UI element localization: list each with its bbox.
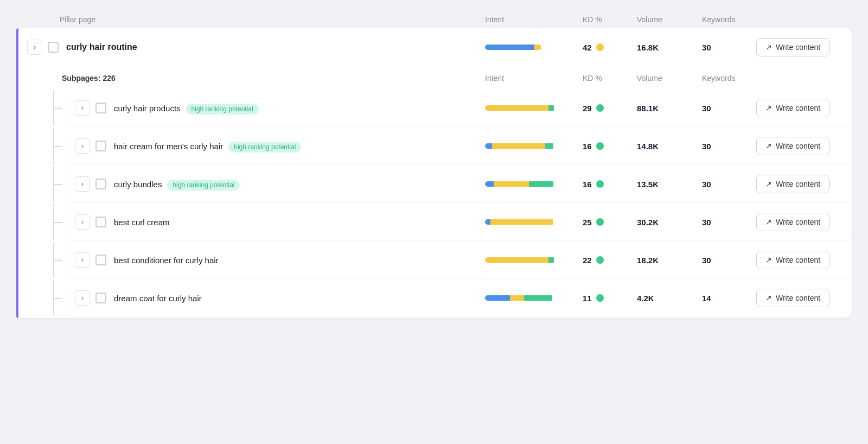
subpage-kd-dot-4	[596, 256, 604, 264]
header-keywords: Keywords	[702, 15, 756, 24]
subpage-kd-dot-0	[596, 104, 604, 112]
subpage-expand-button-4[interactable]: ›	[75, 252, 90, 268]
subpage-title-4: best conditioner for curly hair	[114, 256, 485, 265]
high-ranking-badge-1: high ranking potential	[228, 142, 301, 153]
subpage-expand-button-0[interactable]: ›	[75, 100, 90, 116]
subpage-keywords-4: 30	[702, 256, 756, 265]
subpages-kd-header: KD %	[583, 74, 637, 83]
subpage-card-5: › dream coat for curly hair 11 4.2K 14 ↗…	[66, 280, 852, 316]
subpage-row-1: › hair cream for men's curly hairhigh ra…	[66, 128, 852, 164]
subpage-title-0: curly hair productshigh ranking potentia…	[114, 104, 485, 113]
subpage-volume-5: 4.2K	[637, 294, 702, 303]
subpage-title-2: curly bundleshigh ranking potential	[114, 180, 485, 189]
subpage-kd-1: 16	[583, 142, 637, 151]
pillar-intent-bar	[485, 45, 583, 50]
subpage-action-5: ↗ Write content	[756, 289, 843, 307]
subpage-checkbox-1[interactable]	[95, 141, 106, 151]
connector-0	[46, 90, 62, 126]
write-icon-2: ↗	[765, 180, 772, 188]
subpage-volume-2: 13.5K	[637, 180, 702, 189]
subpage-kd-0: 29	[583, 104, 637, 113]
subpage-item-2: › curly bundleshigh ranking potential 16…	[35, 166, 852, 202]
header-intent: Intent	[485, 15, 583, 24]
subpages-label: Subpages: 226	[62, 74, 485, 83]
subpage-action-2: ↗ Write content	[756, 175, 843, 193]
pillar-checkbox[interactable]	[48, 42, 59, 53]
subpage-kd-dot-3	[596, 218, 604, 226]
subpage-expand-button-3[interactable]: ›	[75, 214, 90, 230]
pillar-row: › curly hair routine 42 16.8K 30	[18, 28, 852, 66]
subpage-card-1: › hair cream for men's curly hairhigh ra…	[66, 128, 852, 164]
subpage-title-3: best curl cream	[114, 218, 485, 227]
subpage-volume-3: 30.2K	[637, 218, 702, 227]
subpage-write-button-0[interactable]: ↗ Write content	[756, 99, 829, 117]
subpages-intent-header: Intent	[485, 74, 583, 83]
subpage-kd-3: 25	[583, 218, 637, 227]
connector-4	[46, 242, 62, 278]
subpage-keywords-0: 30	[702, 104, 756, 113]
subpage-checkbox-2[interactable]	[95, 179, 106, 189]
subpages-keywords-header: Keywords	[702, 74, 756, 83]
subpage-kd-5: 11	[583, 294, 637, 303]
subpage-item-5: › dream coat for curly hair 11 4.2K 14 ↗…	[35, 280, 852, 316]
pillar-card: › curly hair routine 42 16.8K 30	[16, 28, 852, 318]
subpage-action-0: ↗ Write content	[756, 99, 843, 117]
write-icon-0: ↗	[765, 104, 772, 112]
write-icon-4: ↗	[765, 256, 772, 264]
write-icon: ↗	[765, 43, 772, 52]
subpage-checkbox-4[interactable]	[95, 255, 106, 265]
subpage-volume-0: 88.1K	[637, 104, 702, 113]
subpage-checkbox-3[interactable]	[95, 217, 106, 227]
pillar-expand-button[interactable]: ›	[27, 40, 42, 55]
connector-1	[46, 128, 62, 164]
subpage-keywords-2: 30	[702, 180, 756, 189]
connector-5	[46, 280, 62, 316]
pillar-volume: 16.8K	[637, 43, 702, 52]
subpage-action-1: ↗ Write content	[756, 137, 843, 155]
header-kd: KD %	[583, 15, 637, 24]
subpage-keywords-3: 30	[702, 218, 756, 227]
subpages-section: Subpages: 226 Intent KD % Volume Keyword…	[18, 66, 852, 316]
subpage-card-4: › best conditioner for curly hair 22 18.…	[66, 242, 852, 278]
subpages-volume-header: Volume	[637, 74, 702, 83]
subpage-expand-button-2[interactable]: ›	[75, 176, 90, 192]
subpage-card-3: › best curl cream 25 30.2K 30 ↗ Write co…	[66, 204, 852, 240]
subpage-keywords-1: 30	[702, 142, 756, 151]
subpage-expand-button-5[interactable]: ›	[75, 290, 90, 306]
subpage-checkbox-5[interactable]	[95, 293, 106, 303]
write-icon-1: ↗	[765, 142, 772, 150]
subpage-write-button-1[interactable]: ↗ Write content	[756, 137, 829, 155]
subpage-kd-4: 22	[583, 256, 637, 265]
subpage-row-2: › curly bundleshigh ranking potential 16…	[66, 166, 852, 202]
high-ranking-badge-2: high ranking potential	[167, 180, 240, 191]
subpage-intent-bar-5	[485, 295, 583, 301]
write-icon-3: ↗	[765, 218, 772, 226]
subpage-write-button-4[interactable]: ↗ Write content	[756, 251, 829, 269]
write-icon-5: ↗	[765, 294, 772, 302]
subpage-title-1: hair cream for men's curly hairhigh rank…	[114, 142, 485, 151]
subpage-card-2: › curly bundleshigh ranking potential 16…	[66, 166, 852, 202]
pillar-write-button[interactable]: ↗ Write content	[756, 38, 829, 56]
subpage-kd-dot-2	[596, 180, 604, 188]
subpage-item-3: › best curl cream 25 30.2K 30 ↗ Write co…	[35, 204, 852, 240]
column-headers: Pillar page Intent KD % Volume Keywords	[16, 11, 852, 28]
subpage-item-1: › hair cream for men's curly hairhigh ra…	[35, 128, 852, 164]
subpage-write-button-3[interactable]: ↗ Write content	[756, 213, 829, 231]
subpage-item-4: › best conditioner for curly hair 22 18.…	[35, 242, 852, 278]
subpage-checkbox-0[interactable]	[95, 103, 106, 113]
pillar-title: curly hair routine	[66, 42, 485, 52]
pillar-content: › curly hair routine 42 16.8K 30	[18, 28, 852, 318]
subpage-kd-2: 16	[583, 180, 637, 189]
connector-3	[46, 204, 62, 240]
header-volume: Volume	[637, 15, 702, 24]
pillar-kd-dot	[596, 43, 604, 51]
subpage-card-0: › curly hair productshigh ranking potent…	[66, 90, 852, 126]
subpage-write-button-5[interactable]: ↗ Write content	[756, 289, 829, 307]
subpage-expand-button-1[interactable]: ›	[75, 138, 90, 154]
subpage-write-button-2[interactable]: ↗ Write content	[756, 175, 829, 193]
subpage-keywords-5: 14	[702, 294, 756, 303]
subpage-volume-4: 18.2K	[637, 256, 702, 265]
subpages-header: Subpages: 226 Intent KD % Volume Keyword…	[35, 66, 852, 90]
header-pillar: Pillar page	[60, 15, 485, 24]
pillar-action: ↗ Write content	[756, 38, 843, 56]
